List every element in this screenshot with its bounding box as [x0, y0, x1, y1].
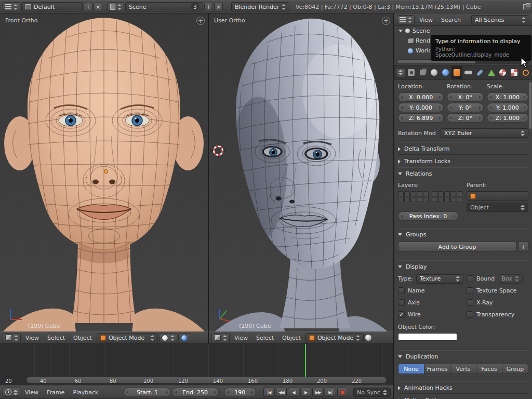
panel-motion-paths[interactable]: Motion Paths	[398, 394, 528, 399]
tab-constraints[interactable]	[463, 66, 474, 79]
wire-checkbox[interactable]	[398, 311, 405, 318]
panel-transform-locks[interactable]: Transform Locks	[398, 155, 528, 167]
layer-toggle[interactable]	[444, 197, 450, 202]
play-button[interactable]: ▶	[300, 388, 312, 397]
current-frame-field[interactable]: 190	[224, 388, 257, 397]
scene-name-field[interactable]: Scene3	[125, 2, 203, 11]
menu-select[interactable]: Select	[252, 335, 277, 341]
pivot-globe-button[interactable]	[178, 333, 190, 342]
jump-to-end-button[interactable]: ▶|	[325, 388, 336, 397]
prev-keyframe-button[interactable]: ◀◀	[276, 388, 287, 397]
menu-view[interactable]: View	[22, 335, 43, 341]
next-keyframe-button[interactable]: ▶▶	[312, 388, 324, 397]
properties-vscrollbar[interactable]	[529, 82, 531, 129]
layer-toggle[interactable]	[450, 191, 456, 196]
delete-scene-button[interactable]: ×	[214, 3, 223, 11]
disclosure-triangle-icon[interactable]	[398, 30, 403, 32]
tab-render[interactable]	[406, 66, 417, 79]
layer-toggle[interactable]	[438, 191, 444, 196]
menu-select[interactable]: Select	[44, 335, 69, 341]
duplication-none-button[interactable]: None	[398, 364, 424, 374]
panel-duplication[interactable]: Duplication	[398, 350, 528, 363]
name-checkbox[interactable]	[398, 287, 405, 294]
timeline-canvas[interactable]: 20 40 60 80 100 120 140 160 180 200 220	[0, 344, 393, 385]
editor-type-selector[interactable]	[397, 15, 415, 24]
rotation-x-field[interactable]: X: 0°	[447, 92, 484, 102]
layer-toggle[interactable]	[457, 191, 462, 196]
panel-animation-hacks[interactable]: Animation Hacks	[398, 381, 528, 394]
duplication-frames-button[interactable]: Frames	[424, 364, 450, 374]
screen-layout-dropdown[interactable]: Default	[21, 2, 83, 11]
editor-type-selector[interactable]	[3, 388, 20, 397]
tab-object-data[interactable]	[486, 66, 497, 79]
panel-display[interactable]: Display	[398, 260, 528, 273]
panel-groups[interactable]: Groups	[398, 228, 528, 241]
scene-users-badge[interactable]: 3	[191, 3, 200, 10]
layer-toggle[interactable]	[432, 191, 437, 196]
layer-toggle[interactable]	[423, 197, 429, 202]
rotation-z-field[interactable]: Z: 0°	[447, 113, 484, 123]
menu-object[interactable]: Object	[278, 335, 304, 341]
new-group-button[interactable]: +	[518, 242, 528, 252]
start-frame-field[interactable]: Start: 1	[124, 388, 170, 397]
outliner-menu-view[interactable]: View	[416, 17, 436, 23]
browse-scene-button[interactable]	[108, 2, 124, 11]
layer-toggle[interactable]	[404, 191, 410, 196]
layer-toggle[interactable]	[423, 191, 429, 196]
menu-view[interactable]: View	[231, 335, 251, 341]
play-reverse-button[interactable]: ◀	[288, 388, 299, 397]
menu-object[interactable]: Object	[70, 335, 96, 341]
outliner-display-mode-dropdown[interactable]: All Scenes	[471, 15, 529, 24]
rotation-mode-dropdown[interactable]: XYZ Euler	[441, 128, 528, 138]
editor-type-selector[interactable]	[396, 68, 405, 77]
editor-type-selector[interactable]	[3, 333, 21, 342]
tab-world[interactable]	[440, 66, 451, 79]
add-to-group-button[interactable]: Add to Group	[398, 242, 516, 252]
add-scene-button[interactable]: +	[204, 3, 213, 11]
delete-layout-button[interactable]: ×	[94, 3, 102, 11]
editor-type-selector[interactable]	[211, 333, 230, 342]
layer-toggle[interactable]	[450, 197, 456, 202]
tab-render-layers[interactable]	[417, 66, 428, 79]
display-type-dropdown[interactable]: Texture	[416, 274, 463, 284]
scale-x-field[interactable]: X: 1.000	[487, 92, 528, 102]
mode-dropdown[interactable]: Object Mode	[305, 333, 364, 342]
timeline-menu-frame[interactable]: Frame	[43, 389, 68, 396]
region-plus-button[interactable]: +	[382, 17, 390, 25]
layer-toggle[interactable]	[444, 191, 450, 196]
xray-checkbox[interactable]	[467, 299, 473, 306]
render-engine-dropdown[interactable]: Blender Render	[231, 2, 289, 11]
layer-toggle[interactable]	[417, 191, 422, 196]
shading-sphere-icon[interactable]	[365, 334, 372, 341]
layer-toggle[interactable]	[432, 197, 437, 202]
layer-toggle[interactable]	[457, 197, 462, 202]
timeline-menu-playback[interactable]: Playback	[69, 389, 102, 396]
panel-relations[interactable]: Relations	[398, 167, 528, 180]
viewport-shading-dropdown[interactable]	[159, 333, 177, 342]
jump-to-start-button[interactable]: |◀	[263, 388, 275, 397]
duplicate-window-icon[interactable]	[523, 4, 529, 9]
layer-toggle[interactable]	[410, 191, 416, 196]
tab-modifiers[interactable]	[474, 66, 485, 79]
rotation-y-field[interactable]: Y: 0°	[447, 103, 484, 112]
location-x-field[interactable]: X: 0.000	[398, 92, 444, 102]
playhead-marker[interactable]	[305, 344, 306, 377]
info-editor-selector[interactable]	[3, 2, 20, 11]
viewport-user-canvas[interactable]: User Ortho + (190) Cube	[209, 14, 393, 331]
layer-toggle[interactable]	[410, 197, 416, 202]
duplication-faces-button[interactable]: Faces	[476, 364, 502, 374]
texture-space-checkbox[interactable]	[467, 287, 473, 294]
pass-index-field[interactable]: Pass Index: 0	[398, 211, 458, 221]
viewport-front-canvas[interactable]: Front Ortho + (190) Cube	[0, 14, 208, 331]
layer-toggle[interactable]	[438, 197, 444, 202]
tab-texture[interactable]	[509, 66, 520, 79]
add-layout-button[interactable]: +	[84, 3, 92, 11]
transparency-checkbox[interactable]	[467, 311, 473, 318]
object-color-swatch[interactable]	[398, 333, 457, 341]
bound-type-dropdown[interactable]: Box	[498, 274, 523, 284]
axis-checkbox[interactable]	[398, 299, 405, 306]
layer-toggle[interactable]	[404, 197, 410, 202]
sync-dropdown[interactable]: No Sync	[353, 388, 391, 397]
outliner-menu-search[interactable]: Search	[437, 17, 464, 23]
location-z-field[interactable]: Z: 6.899	[398, 113, 444, 123]
